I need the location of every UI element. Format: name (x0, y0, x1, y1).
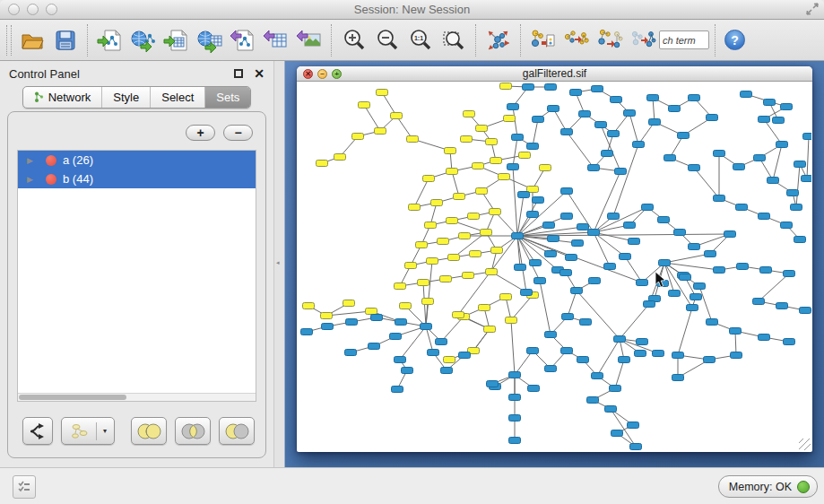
remove-set-button[interactable]: − (223, 125, 253, 141)
graph-node[interactable] (595, 122, 607, 128)
graph-node[interactable] (773, 117, 785, 124)
graph-node[interactable] (390, 334, 402, 340)
graph-node[interactable] (459, 352, 471, 359)
graph-node[interactable] (741, 91, 752, 98)
graph-node[interactable] (608, 131, 620, 137)
graph-node[interactable] (534, 278, 546, 284)
graph-node[interactable] (733, 164, 745, 170)
graph-node[interactable] (592, 373, 603, 379)
graph-node[interactable] (672, 375, 684, 381)
graph-node[interactable] (345, 350, 357, 356)
graph-node[interactable] (659, 260, 671, 266)
graph-node[interactable] (528, 386, 540, 392)
export-network-button[interactable] (226, 22, 259, 58)
graph-node[interactable] (509, 372, 521, 378)
graph-node[interactable] (571, 288, 583, 294)
graph-node[interactable] (781, 104, 793, 110)
graph-node[interactable] (463, 273, 474, 279)
zoom-actual-size-button[interactable]: 1:1 (403, 22, 437, 58)
graph-node[interactable] (427, 258, 438, 265)
graph-node[interactable] (436, 339, 447, 345)
graph-node[interactable] (447, 169, 458, 175)
graph-node[interactable] (453, 312, 464, 318)
graph-node[interactable] (321, 313, 333, 319)
network-diff-star-button[interactable] (559, 22, 593, 58)
graph-node[interactable] (470, 251, 481, 257)
graph-node[interactable] (678, 133, 690, 139)
graph-node[interactable] (533, 117, 544, 123)
graph-node[interactable] (369, 343, 380, 350)
graph-node[interactable] (481, 230, 492, 236)
graph-node[interactable] (464, 111, 475, 117)
graph-node[interactable] (689, 165, 700, 171)
graph-node[interactable] (418, 280, 429, 286)
set-row-a[interactable]: ▶ a (26) (18, 151, 256, 169)
graph-node[interactable] (445, 148, 456, 154)
graph-node[interactable] (611, 430, 623, 437)
graph-node[interactable] (707, 115, 718, 121)
graph-node[interactable] (614, 336, 626, 343)
graph-node[interactable] (518, 192, 530, 198)
graph-node[interactable] (459, 233, 471, 239)
graph-node[interactable] (637, 339, 648, 345)
graph-node[interactable] (737, 264, 749, 270)
graph-node[interactable] (448, 255, 460, 261)
apply-layout-button[interactable] (481, 22, 515, 58)
graph-node[interactable] (461, 136, 473, 143)
graph-node[interactable] (441, 368, 453, 374)
graph-node[interactable] (561, 213, 573, 220)
graph-node[interactable] (423, 176, 435, 182)
graph-node[interactable] (731, 352, 742, 359)
graph-node[interactable] (519, 152, 531, 159)
graph-node[interactable] (768, 178, 779, 184)
graph-node[interactable] (754, 155, 766, 161)
graph-node[interactable] (440, 276, 452, 282)
graph-node[interactable] (352, 134, 364, 140)
graph-node[interactable] (714, 196, 725, 202)
zoom-fit-content-button[interactable] (437, 22, 470, 58)
graph-node[interactable] (375, 128, 386, 135)
float-panel-button[interactable] (234, 69, 243, 78)
graph-node[interactable] (781, 222, 793, 229)
graph-node[interactable] (776, 142, 788, 148)
horizontal-scrollbar[interactable] (18, 393, 256, 401)
panel-divider[interactable]: ◂ (273, 61, 285, 467)
graph-node[interactable] (619, 357, 630, 363)
graph-node[interactable] (611, 97, 622, 103)
toolbar-drag-handle[interactable] (6, 25, 12, 56)
network-window[interactable]: ✕ − + galFiltered.sif (297, 66, 812, 452)
graph-node[interactable] (649, 119, 661, 126)
graph-node[interactable] (533, 197, 544, 204)
graph-node[interactable] (476, 188, 488, 195)
graph-node[interactable] (540, 165, 551, 171)
graph-node[interactable] (794, 237, 806, 243)
split-set-button[interactable] (22, 417, 53, 445)
graph-node[interactable] (635, 351, 646, 357)
create-set-from-network-button[interactable]: ▾ (61, 417, 115, 445)
graph-node[interactable] (512, 233, 524, 239)
graph-node[interactable] (624, 222, 636, 229)
graph-node[interactable] (800, 308, 811, 314)
graph-node[interactable] (527, 143, 539, 150)
dropdown-caret-icon[interactable]: ▾ (103, 427, 107, 435)
graph-node[interactable] (491, 248, 503, 254)
graph-node[interactable] (704, 357, 716, 363)
graph-node[interactable] (644, 301, 655, 308)
export-table-button[interactable] (259, 22, 292, 58)
graph-node[interactable] (714, 267, 725, 274)
graph-node[interactable] (724, 231, 736, 238)
graph-node[interactable] (608, 213, 620, 220)
graph-node[interactable] (714, 151, 725, 157)
graph-node[interactable] (602, 151, 613, 157)
graph-node[interactable] (577, 357, 589, 363)
graph-node[interactable] (577, 224, 589, 230)
graph-node[interactable] (628, 422, 639, 429)
graph-node[interactable] (377, 90, 388, 96)
graph-node[interactable] (615, 169, 627, 175)
graph-node[interactable] (499, 174, 510, 180)
graph-node[interactable] (664, 155, 676, 161)
graph-node[interactable] (447, 218, 458, 224)
graph-node[interactable] (674, 230, 686, 236)
graph-node[interactable] (759, 117, 770, 123)
graph-node[interactable] (527, 348, 539, 354)
